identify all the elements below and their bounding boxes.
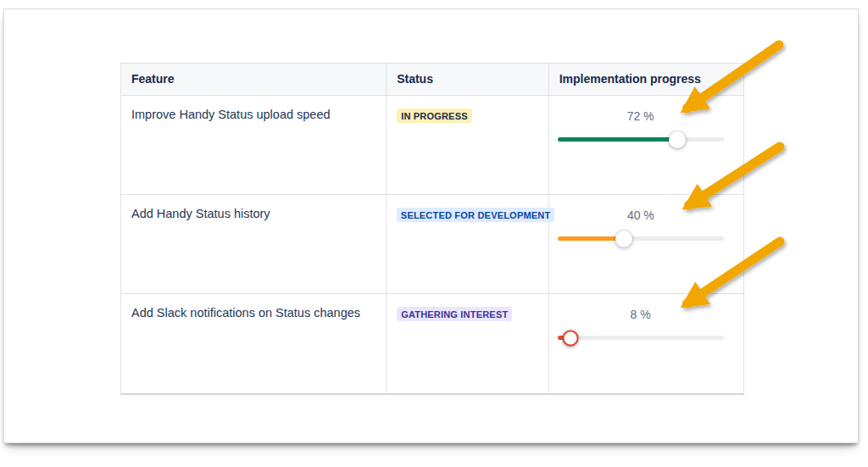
progress-cell: 72 % [549, 96, 743, 194]
slider-thumb[interactable] [669, 131, 686, 148]
slider-fill [558, 137, 677, 142]
slider-thumb[interactable] [563, 330, 579, 346]
table-header-row: Feature Status Implementation progress [121, 64, 743, 96]
slider-track[interactable] [558, 236, 724, 241]
feature-cell: Improve Handy Status upload speed [121, 96, 387, 194]
status-badge: SELECTED FOR DEVELOPMENT [397, 208, 555, 222]
status-badge: GATHERING INTEREST [397, 307, 512, 321]
status-cell: GATHERING INTEREST [387, 294, 549, 393]
slider-track[interactable] [558, 137, 724, 142]
progress-slider[interactable]: 8 % [558, 308, 724, 340]
table-row: Add Slack notifications on Status change… [121, 294, 743, 393]
progress-slider[interactable]: 72 % [558, 109, 724, 142]
slider-fill [558, 236, 624, 241]
header-cell-feature: Feature [121, 64, 387, 95]
progress-cell: 8 % [549, 294, 743, 393]
slider-track[interactable] [558, 336, 724, 340]
table-row: Improve Handy Status upload speed IN PRO… [121, 96, 743, 195]
table-row: Add Handy Status history SELECTED FOR DE… [121, 195, 743, 294]
progress-slider[interactable]: 40 % [558, 208, 724, 241]
feature-cell: Add Handy Status history [121, 195, 387, 293]
header-cell-progress: Implementation progress [549, 64, 743, 95]
content-card: Feature Status Implementation progress I… [3, 8, 859, 443]
status-cell: IN PROGRESS [387, 96, 549, 194]
header-cell-status: Status [387, 64, 549, 95]
feature-table: Feature Status Implementation progress I… [120, 63, 744, 395]
status-badge: IN PROGRESS [397, 108, 472, 123]
progress-cell: 40 % [549, 195, 743, 293]
slider-thumb[interactable] [615, 231, 632, 247]
progress-percent-label: 72 % [558, 109, 724, 123]
feature-cell: Add Slack notifications on Status change… [121, 294, 387, 393]
status-cell: SELECTED FOR DEVELOPMENT [387, 195, 549, 293]
progress-percent-label: 8 % [558, 308, 724, 321]
progress-percent-label: 40 % [558, 208, 724, 222]
